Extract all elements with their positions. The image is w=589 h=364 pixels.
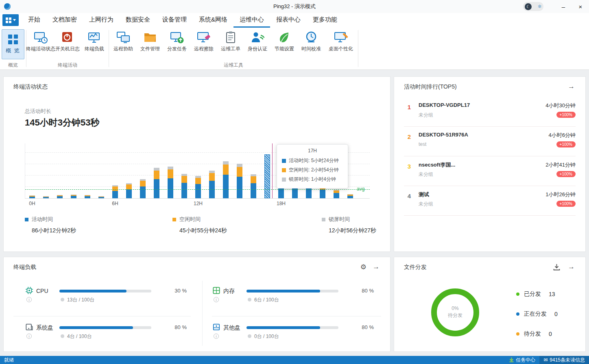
list-item[interactable]: 2 DESKTOP-51R976A test 4小时6分钟 +100%	[404, 127, 576, 156]
chart-bar[interactable]	[85, 195, 90, 198]
chart-bar-segment	[29, 197, 35, 198]
arrow-right-icon[interactable]: →	[568, 82, 575, 91]
memory-icon	[213, 287, 220, 294]
chart-bar[interactable]	[57, 195, 63, 198]
ribbon-item-file-manager[interactable]: 文件管理	[137, 28, 164, 53]
tab-system-network[interactable]: 系统&网络	[193, 13, 233, 28]
chart-bar[interactable]	[126, 183, 132, 198]
task-center-button[interactable]: 任务中心	[505, 356, 539, 364]
close-button[interactable]: ×	[572, 0, 589, 13]
arrow-right-icon[interactable]: →	[373, 263, 380, 271]
chart-bar[interactable]	[29, 195, 35, 198]
count-dot	[248, 334, 251, 338]
arrow-right-icon[interactable]: →	[568, 263, 575, 271]
chart-bar[interactable]	[71, 195, 76, 198]
ribbon-item-time-calibration[interactable]: 时间校准	[298, 28, 325, 53]
chart-bar-segment	[112, 186, 118, 191]
info-icon[interactable]: i	[26, 334, 32, 339]
tab-data-security[interactable]: 数据安全	[120, 13, 156, 28]
stat-distributing: 正在分发 0	[516, 310, 558, 318]
tab-device-management[interactable]: 设备管理	[156, 13, 193, 28]
chart-bar[interactable]	[334, 190, 339, 198]
chart-bar-segment	[223, 175, 229, 198]
ribbon-item-remote-wipe[interactable]: 远程擦除	[190, 28, 217, 53]
chart-bar[interactable]	[154, 168, 159, 198]
chart-bar-segment	[223, 161, 229, 165]
chart-bar-segment	[168, 167, 173, 169]
ribbon-item-energy-saving[interactable]: 节能设置	[271, 28, 298, 53]
tab-web-behavior[interactable]: 上网行为	[83, 13, 120, 28]
remote-wipe-icon	[196, 31, 211, 44]
ribbon-item-terminal-load[interactable]: 终端负载	[81, 28, 108, 53]
ribbon-item-power-log[interactable]: 开关机日志	[54, 28, 81, 53]
chart-bar[interactable]	[140, 179, 146, 198]
chart-bar[interactable]	[98, 196, 104, 198]
x-axis-tick-label: 12H	[194, 201, 203, 206]
tooltip-active-time: 活动时间: 5小时24分钟	[289, 157, 339, 164]
chart-bar[interactable]	[237, 164, 242, 198]
list-item[interactable]: 3 nsecsoft李国... 未分组 2小时41分钟 +100%	[404, 156, 576, 186]
ribbon-group-label-overview: 概览	[1, 61, 25, 69]
chart-bar[interactable]	[223, 161, 229, 198]
chart-bar[interactable]	[43, 196, 49, 198]
panel-title-distribution: 文件分发	[404, 264, 427, 271]
list-item[interactable]: 1 DESKTOP-VGDPL17 未分组 4小时30分钟 +100%	[404, 97, 576, 127]
overview-button[interactable]: 概 览	[2, 29, 24, 59]
system-disk-percent: 80 %	[163, 324, 187, 330]
cpu-progress-bar	[59, 290, 151, 292]
tab-ops-center[interactable]: 运维中心	[233, 13, 270, 28]
snowflake-icon: ❄	[538, 4, 542, 9]
ribbon-item-identity-auth[interactable]: 身份认证	[244, 28, 271, 53]
tab-more-features[interactable]: 更多功能	[307, 13, 343, 28]
stat-pending: 待分发 0	[516, 330, 552, 338]
other-disk-icon	[213, 323, 220, 331]
theme-toggle[interactable]: ☾ ❄	[523, 2, 543, 11]
ribbon-item-ops-ticket[interactable]: 运维工单	[217, 28, 244, 53]
stat-value: 0	[554, 311, 558, 317]
chart-bar-segment	[237, 177, 242, 198]
chart-bar[interactable]	[264, 154, 270, 198]
info-icon[interactable]: i	[214, 334, 219, 339]
chart-bar-segment	[98, 197, 104, 198]
rank-number: 1	[404, 104, 414, 110]
tab-report-center[interactable]: 报表中心	[270, 13, 307, 28]
chart-bar-segment	[195, 178, 201, 184]
chart-bar[interactable]	[168, 167, 173, 198]
status-bar: 就绪 任务中心 ✉ 9415条未读信息	[0, 356, 589, 364]
cpu-count: 13台 / 100台	[67, 297, 94, 303]
tab-doc-encryption[interactable]: 文档加密	[46, 13, 83, 28]
chart-hover-line	[272, 143, 273, 198]
app-menu-button[interactable]	[2, 14, 19, 26]
total-duration-label: 总活动时长	[25, 108, 51, 115]
gear-icon[interactable]: ⚙	[360, 263, 366, 271]
ribbon-item-desktop-customization[interactable]: 桌面个性化	[325, 28, 357, 53]
info-icon[interactable]: i	[26, 297, 32, 302]
terminal-name: DESKTOP-51R976A	[419, 132, 468, 138]
idle-time-swatch	[282, 168, 286, 172]
chart-tooltip: 17H 活动时间: 5小时24分钟 空闲时间: 2小时54分钟 锁屏时间: 1小…	[277, 144, 348, 188]
chart-bar[interactable]	[347, 194, 353, 198]
stat-value: 13	[549, 291, 555, 297]
unread-messages-button[interactable]: ✉ 9415条未读信息	[539, 356, 589, 364]
rank-number: 4	[404, 193, 414, 199]
download-icon[interactable]	[553, 264, 560, 271]
chart-bar[interactable]	[181, 174, 187, 198]
chart-bar[interactable]	[195, 176, 201, 198]
chart-bar[interactable]	[251, 174, 256, 198]
file-distribution-panel: 文件分发 → 0% 待分发 已分发 13 正在分发 0 待分发	[394, 257, 586, 352]
load-cell-cpu: CPU 30 % i 13台 / 100台	[4, 282, 187, 315]
chart-bar-segment	[251, 183, 256, 198]
load-cell-system-disk: 系统盘 80 % i 4台 / 100台	[4, 319, 187, 351]
ribbon-item-terminal-activity-status[interactable]: 终端活动状态	[27, 28, 54, 53]
info-icon[interactable]: i	[214, 297, 219, 302]
tab-start[interactable]: 开始	[22, 13, 46, 28]
other-disk-count: 0台 / 100台	[254, 333, 279, 340]
minimize-button[interactable]: –	[555, 0, 572, 13]
list-item[interactable]: 4 测试 未分组 1小时26分钟 +100%	[404, 186, 576, 216]
ribbon-item-dispatch-task[interactable]: 分发任务	[164, 28, 190, 53]
ribbon-item-remote-assist[interactable]: 远程协助	[110, 28, 137, 53]
other-disk-progress-bar	[247, 326, 338, 329]
tooltip-title: 17H	[282, 148, 343, 154]
chart-bar[interactable]	[112, 185, 118, 198]
chart-bar[interactable]	[209, 171, 215, 198]
